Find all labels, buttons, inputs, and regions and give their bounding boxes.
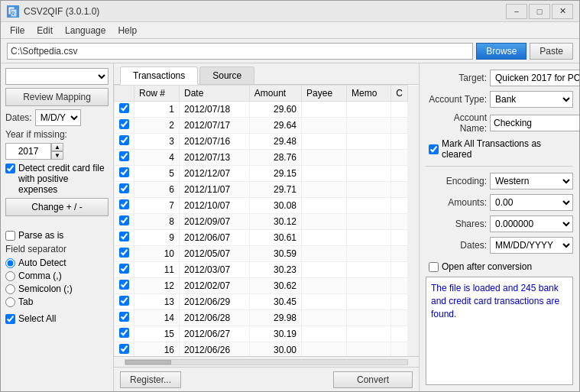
menu-help[interactable]: Help	[112, 24, 143, 37]
row-checkbox[interactable]	[119, 183, 129, 193]
minimize-button[interactable]: −	[506, 4, 527, 19]
row-amount-cell: 29.15	[249, 166, 301, 182]
row-check-cell[interactable]	[115, 134, 134, 150]
row-checkbox[interactable]	[119, 119, 129, 129]
year-input[interactable]	[5, 143, 51, 160]
row-checkbox[interactable]	[119, 312, 129, 322]
row-checkbox[interactable]	[119, 280, 129, 290]
maximize-button[interactable]: □	[529, 4, 550, 19]
row-checkbox[interactable]	[119, 296, 129, 306]
radio-comma[interactable]: Comma (,)	[5, 271, 109, 281]
target-select[interactable]: Quicken 2017 for PC Quicken 2016 for PC	[490, 70, 579, 86]
row-check-cell[interactable]	[115, 182, 134, 198]
row-check-cell[interactable]	[115, 342, 134, 357]
radio-auto-detect[interactable]: Auto Detect	[5, 258, 109, 268]
row-memo-cell	[347, 294, 391, 310]
row-date-cell: 2012/06/28	[180, 310, 250, 326]
open-after-label[interactable]: Open after conversion	[429, 261, 573, 272]
col-payee[interactable]: Payee	[302, 86, 347, 102]
row-checkbox[interactable]	[119, 199, 129, 209]
row-check-cell[interactable]	[115, 262, 134, 278]
close-button[interactable]: ✕	[552, 4, 573, 19]
col-amount[interactable]: Amount	[249, 86, 301, 102]
scroll-thumb[interactable]	[125, 360, 171, 364]
radio-auto-detect-input[interactable]	[5, 258, 15, 268]
radio-tab-input[interactable]	[5, 297, 15, 307]
encoding-row: Encoding: Western UTF-8	[426, 173, 573, 190]
account-name-input[interactable]	[490, 115, 579, 131]
row-check-cell[interactable]	[115, 102, 134, 118]
row-checkbox[interactable]	[119, 344, 129, 354]
tab-source[interactable]: Source	[199, 66, 254, 84]
row-check-cell[interactable]	[115, 198, 134, 214]
row-check-cell[interactable]	[115, 150, 134, 166]
row-check-cell[interactable]	[115, 166, 134, 182]
row-check-cell[interactable]	[115, 278, 134, 294]
row-check-cell[interactable]	[115, 246, 134, 262]
open-after-checkbox[interactable]	[429, 262, 439, 272]
radio-comma-input[interactable]	[5, 271, 15, 281]
mark-cleared-checkbox[interactable]	[429, 144, 439, 154]
menu-edit[interactable]: Edit	[31, 24, 59, 37]
row-payee-cell	[302, 102, 347, 118]
col-c[interactable]: C	[391, 86, 408, 102]
encoding-select[interactable]: Western UTF-8	[490, 173, 573, 190]
radio-tab[interactable]: Tab	[5, 296, 109, 307]
row-checkbox[interactable]	[119, 232, 129, 241]
dates-format-select[interactable]: M/D/Y	[35, 109, 81, 126]
row-check-cell[interactable]	[115, 214, 134, 230]
select-all-checkbox[interactable]	[5, 314, 15, 324]
row-memo-cell	[347, 118, 391, 134]
row-c-cell	[391, 294, 408, 310]
row-check-cell[interactable]	[115, 118, 134, 134]
account-type-select[interactable]: Bank Cash CCard	[490, 91, 573, 108]
parse-as-is-checkbox[interactable]	[5, 231, 15, 241]
browse-button[interactable]: Browse	[476, 43, 527, 60]
account-name-row: Account Name:	[426, 112, 573, 134]
center-panel: Transactions Source Row # Date Amount Pa…	[114, 63, 419, 391]
review-mapping-button[interactable]: Review Mapping	[5, 88, 109, 106]
row-checkbox[interactable]	[119, 167, 129, 177]
parse-as-is-label[interactable]: Parse as is	[5, 230, 109, 241]
horizontal-scrollbar[interactable]	[114, 356, 419, 367]
row-check-cell[interactable]	[115, 230, 134, 246]
tab-transactions[interactable]: Transactions	[120, 66, 198, 85]
col-memo[interactable]: Memo	[347, 86, 391, 102]
row-checkbox[interactable]	[119, 215, 129, 225]
col-date[interactable]: Date	[180, 86, 250, 102]
radio-semicolon-input[interactable]	[5, 284, 15, 294]
select-all-label[interactable]: Select All	[5, 313, 109, 324]
row-checkbox[interactable]	[119, 328, 129, 338]
left-dropdown[interactable]	[5, 68, 109, 85]
row-amount-cell: 30.00	[249, 342, 301, 357]
change-btn[interactable]: Change + / -	[5, 198, 109, 216]
register-button[interactable]: Register...	[120, 371, 181, 388]
row-checkbox[interactable]	[119, 264, 129, 274]
row-check-cell[interactable]	[115, 326, 134, 342]
paste-button[interactable]: Paste	[530, 43, 573, 60]
dates-label: Dates:	[5, 112, 32, 123]
row-checkbox[interactable]	[119, 135, 129, 145]
shares-select[interactable]: 0.000000	[490, 215, 573, 232]
table-container[interactable]: Row # Date Amount Payee Memo C 1 2012/07…	[114, 85, 419, 356]
menu-file[interactable]: File	[4, 24, 31, 37]
row-check-cell[interactable]	[115, 294, 134, 310]
row-checkbox[interactable]	[119, 248, 129, 258]
row-checkbox[interactable]	[119, 151, 129, 161]
year-up-button[interactable]: ▲	[51, 143, 63, 151]
detect-cc-checkbox[interactable]	[5, 164, 15, 173]
convert-button[interactable]: Convert	[333, 371, 413, 388]
radio-semicolon[interactable]: Semicolon (;)	[5, 283, 109, 294]
title-bar: Q CSV2QIF (3.0.1.0) − □ ✕	[1, 1, 579, 22]
mark-cleared-label[interactable]: Mark All Transactions as cleared	[429, 138, 573, 160]
year-down-button[interactable]: ▼	[51, 151, 63, 160]
file-path-input[interactable]	[7, 43, 473, 60]
row-check-cell[interactable]	[115, 310, 134, 326]
amounts-select[interactable]: 0.00 0,00	[490, 194, 573, 211]
detect-cc-label[interactable]: Detect credit card file with positive ex…	[5, 163, 109, 195]
app-icon: Q	[7, 5, 19, 18]
col-row[interactable]: Row #	[134, 86, 180, 102]
dates-right-select[interactable]: MM/DD/YYYY DD/MM/YYYY YYYY/MM/DD	[490, 237, 573, 254]
row-checkbox[interactable]	[119, 103, 129, 113]
menu-language[interactable]: Language	[59, 24, 112, 37]
